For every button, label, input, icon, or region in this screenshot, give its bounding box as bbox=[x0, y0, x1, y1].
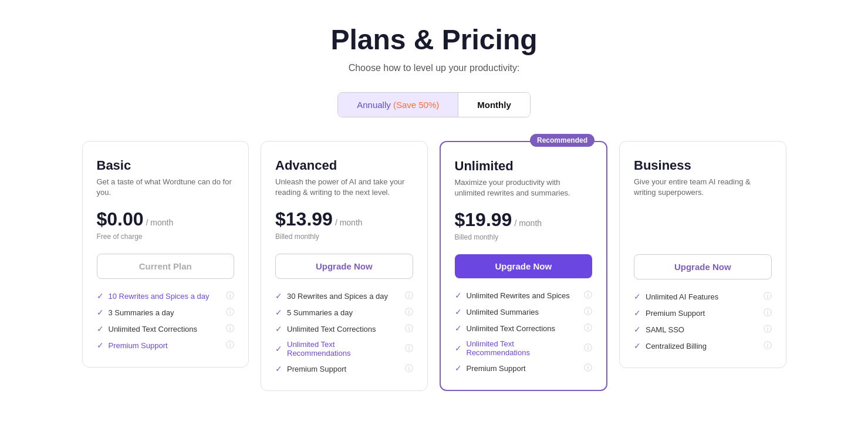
feature-text: Unlimited Text Recommendations bbox=[287, 340, 400, 358]
info-icon[interactable]: ⓘ bbox=[584, 323, 592, 333]
feature-text: 10 Rewrites and Spices a day bbox=[109, 292, 222, 301]
info-icon[interactable]: ⓘ bbox=[764, 324, 772, 335]
info-icon[interactable]: ⓘ bbox=[405, 363, 413, 374]
info-icon[interactable]: ⓘ bbox=[405, 307, 413, 318]
plan-button-business[interactable]: Upgrade Now bbox=[634, 254, 772, 279]
feature-item: ✓ Premium Support ⓘ bbox=[97, 340, 235, 351]
feature-item: ✓ Premium Support ⓘ bbox=[455, 363, 593, 373]
check-icon: ✓ bbox=[634, 292, 641, 301]
feature-item: ✓ Unlimited AI Features ⓘ bbox=[634, 291, 772, 302]
check-icon: ✓ bbox=[275, 291, 282, 301]
plan-desc-basic: Get a taste of what Wordtune can do for … bbox=[97, 177, 235, 198]
feature-text: Unlimited Rewrites and Spices bbox=[467, 291, 580, 300]
plan-name-unlimited: Unlimited bbox=[455, 159, 593, 174]
feature-text: Premium Support bbox=[646, 309, 759, 318]
info-icon[interactable]: ⓘ bbox=[584, 343, 592, 353]
info-icon[interactable]: ⓘ bbox=[226, 340, 234, 351]
info-icon[interactable]: ⓘ bbox=[405, 343, 413, 354]
feature-item: ✓ Unlimited Text Recommendations ⓘ bbox=[275, 340, 413, 358]
feature-text: Unlimited Summaries bbox=[467, 308, 580, 316]
check-icon: ✓ bbox=[634, 341, 641, 351]
check-icon: ✓ bbox=[455, 343, 462, 353]
feature-text: Premium Support bbox=[287, 365, 400, 373]
plan-desc-unlimited: Maximize your productivity with unlimite… bbox=[455, 177, 593, 198]
feature-text: 30 Rewrites and Spices a day bbox=[287, 292, 400, 301]
info-icon[interactable]: ⓘ bbox=[764, 341, 772, 351]
plan-button-advanced[interactable]: Upgrade Now bbox=[275, 254, 413, 279]
check-icon: ✓ bbox=[455, 291, 462, 300]
info-icon[interactable]: ⓘ bbox=[226, 307, 234, 318]
feature-item: ✓ Unlimited Text Corrections ⓘ bbox=[97, 324, 235, 334]
billing-info-advanced: Billed monthly bbox=[275, 233, 413, 243]
info-icon[interactable]: ⓘ bbox=[584, 290, 592, 301]
features-list-business: ✓ Unlimited AI Features ⓘ ✓ Premium Supp… bbox=[634, 291, 772, 351]
plan-name-basic: Basic bbox=[97, 158, 235, 173]
feature-item: ✓ 5 Summaries a day ⓘ bbox=[275, 307, 413, 318]
info-icon[interactable]: ⓘ bbox=[584, 306, 592, 317]
feature-item: ✓ Unlimited Summaries ⓘ bbox=[455, 306, 593, 317]
feature-item: ✓ 10 Rewrites and Spices a day ⓘ bbox=[97, 291, 235, 301]
feature-text: 3 Summaries a day bbox=[109, 308, 222, 317]
check-icon: ✓ bbox=[97, 324, 104, 333]
features-list-advanced: ✓ 30 Rewrites and Spices a day ⓘ ✓ 5 Sum… bbox=[275, 291, 413, 374]
check-icon: ✓ bbox=[97, 308, 104, 317]
features-list-basic: ✓ 10 Rewrites and Spices a day ⓘ ✓ 3 Sum… bbox=[97, 291, 235, 351]
price-amount-unlimited: $19.99 bbox=[455, 209, 512, 231]
info-icon[interactable]: ⓘ bbox=[764, 308, 772, 318]
feature-text: Premium Support bbox=[467, 364, 580, 373]
price-period-basic: / month bbox=[146, 218, 174, 227]
feature-item: ✓ 3 Summaries a day ⓘ bbox=[97, 307, 235, 318]
plan-desc-advanced: Unleash the power of AI and take your re… bbox=[275, 177, 413, 198]
feature-item: ✓ Unlimited Text Corrections ⓘ bbox=[275, 324, 413, 334]
billing-info-basic: Free of charge bbox=[97, 233, 235, 243]
plan-card-unlimited: Recommended Unlimited Maximize your prod… bbox=[440, 141, 608, 391]
check-icon: ✓ bbox=[455, 363, 462, 373]
info-icon[interactable]: ⓘ bbox=[764, 291, 772, 302]
plans-container: Basic Get a taste of what Wordtune can d… bbox=[82, 141, 786, 391]
check-icon: ✓ bbox=[275, 364, 282, 373]
check-icon: ✓ bbox=[275, 344, 282, 353]
feature-item: ✓ Unlimited Text Corrections ⓘ bbox=[455, 323, 593, 333]
annually-label: Annually bbox=[357, 100, 391, 110]
plan-button-basic[interactable]: Current Plan bbox=[97, 254, 235, 279]
check-icon: ✓ bbox=[455, 307, 462, 316]
check-icon: ✓ bbox=[275, 308, 282, 317]
billing-info-unlimited: Billed monthly bbox=[455, 233, 593, 244]
plan-name-business: Business bbox=[634, 158, 772, 173]
check-icon: ✓ bbox=[634, 325, 641, 334]
recommended-badge: Recommended bbox=[530, 134, 595, 147]
monthly-toggle-button[interactable]: Monthly bbox=[458, 93, 530, 117]
info-icon[interactable]: ⓘ bbox=[405, 324, 413, 334]
info-icon[interactable]: ⓘ bbox=[226, 291, 234, 301]
check-icon: ✓ bbox=[97, 291, 104, 301]
plan-desc-business: Give your entire team AI reading & writi… bbox=[634, 177, 772, 198]
feature-item: ✓ Unlimited Rewrites and Spices ⓘ bbox=[455, 290, 593, 301]
feature-text: Unlimited Text Corrections bbox=[467, 324, 580, 333]
plan-name-advanced: Advanced bbox=[275, 158, 413, 173]
feature-text: SAML SSO bbox=[646, 325, 759, 334]
price-period-advanced: / month bbox=[335, 218, 363, 227]
plan-card-advanced: Advanced Unleash the power of AI and tak… bbox=[261, 141, 428, 391]
info-icon[interactable]: ⓘ bbox=[226, 324, 234, 334]
annually-toggle-button[interactable]: Annually (Save 50%) bbox=[338, 93, 458, 117]
feature-text: Centralized Billing bbox=[646, 342, 759, 351]
feature-text: Unlimited Text Recommendations bbox=[467, 339, 580, 357]
billing-info-business bbox=[634, 211, 772, 244]
feature-text: Unlimited AI Features bbox=[646, 292, 759, 301]
annually-save: (Save 50%) bbox=[393, 100, 439, 110]
info-icon[interactable]: ⓘ bbox=[584, 363, 592, 373]
page-subtitle: Choose how to level up your productivity… bbox=[349, 63, 520, 73]
feature-item: ✓ Centralized Billing ⓘ bbox=[634, 341, 772, 351]
plan-card-business: Business Give your entire team AI readin… bbox=[619, 141, 786, 368]
check-icon: ✓ bbox=[634, 308, 641, 318]
page-title: Plans & Pricing bbox=[330, 23, 537, 56]
plan-button-unlimited[interactable]: Upgrade Now bbox=[455, 254, 593, 278]
feature-item: ✓ Premium Support ⓘ bbox=[634, 308, 772, 318]
feature-item: ✓ Premium Support ⓘ bbox=[275, 363, 413, 374]
info-icon[interactable]: ⓘ bbox=[405, 291, 413, 301]
plan-price-unlimited: $19.99 / month bbox=[455, 209, 593, 231]
feature-item: ✓ Unlimited Text Recommendations ⓘ bbox=[455, 339, 593, 357]
features-list-unlimited: ✓ Unlimited Rewrites and Spices ⓘ ✓ Unli… bbox=[455, 290, 593, 373]
feature-text: 5 Summaries a day bbox=[287, 308, 400, 317]
price-amount-basic: $0.00 bbox=[97, 208, 144, 230]
